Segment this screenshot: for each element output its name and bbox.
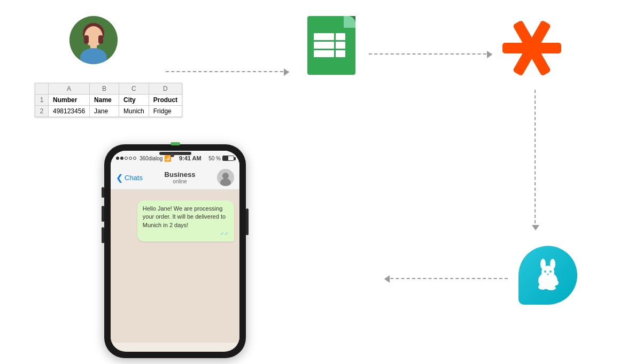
- arrow-zapier-down: [535, 90, 536, 229]
- svg-point-18: [544, 270, 546, 273]
- signal-dot-4: [129, 157, 132, 160]
- phone-mockup: 360dialog 📶 9:41 AM 50 % ❮ C: [104, 144, 246, 358]
- signal-dot-3: [125, 157, 128, 160]
- battery-percent: 50 %: [208, 156, 221, 161]
- chat-messages-area: Hello Jane! We are processing your order…: [111, 190, 239, 343]
- message-text: Hello Jane! We are processing your order…: [143, 205, 226, 228]
- signal-dot-1: [116, 157, 119, 160]
- phone-power: [246, 208, 249, 235]
- svg-rect-4: [98, 35, 103, 44]
- message-ticks: ✓✓: [143, 230, 229, 237]
- message-bubble: Hello Jane! We are processing your order…: [137, 200, 234, 242]
- chat-status: online: [165, 179, 196, 184]
- carrier-name: 360dialog: [140, 156, 162, 161]
- svg-point-22: [538, 284, 547, 290]
- signal-dot-2: [120, 157, 123, 160]
- arrow-sheets-to-zapier: [369, 53, 492, 55]
- chat-back-button[interactable]: ❮ Chats: [116, 173, 143, 183]
- svg-point-19: [549, 270, 552, 273]
- phone-screen: 360dialog 📶 9:41 AM 50 % ❮ C: [111, 151, 239, 352]
- scene: A B C D 1 Number Name City Product 2 498…: [0, 0, 635, 364]
- phone-volume-up: [102, 187, 104, 198]
- phone-mute: [102, 227, 104, 243]
- chat-contact-avatar: [217, 169, 234, 186]
- chat-header: ❮ Chats Business online: [111, 166, 239, 190]
- user-avatar: [69, 16, 118, 64]
- back-arrow-icon: ❮: [116, 173, 123, 183]
- chat-title: Business: [165, 171, 196, 179]
- phone-time: 9:41 AM: [179, 155, 202, 161]
- svg-point-20: [547, 273, 548, 275]
- arrow-zapier-to-rabbit: [385, 278, 508, 279]
- svg-point-23: [546, 286, 556, 290]
- svg-point-17: [550, 259, 555, 269]
- svg-point-16: [540, 259, 546, 269]
- chat-back-label: Chats: [125, 174, 143, 182]
- google-sheets-icon: [307, 16, 355, 75]
- rabbit-icon: [518, 246, 577, 305]
- signal-dot-5: [133, 157, 136, 160]
- arrow-spreadsheet-to-sheets: [166, 71, 289, 72]
- phone-volume-down: [102, 206, 104, 222]
- zapier-icon: [497, 13, 567, 83]
- svg-point-21: [553, 280, 559, 285]
- svg-rect-3: [84, 35, 89, 44]
- svg-point-12: [222, 173, 229, 179]
- spreadsheet-table: A B C D 1 Number Name City Product 2 498…: [35, 83, 182, 117]
- chat-title-area: Business online: [165, 171, 196, 184]
- battery-icon: [222, 156, 234, 161]
